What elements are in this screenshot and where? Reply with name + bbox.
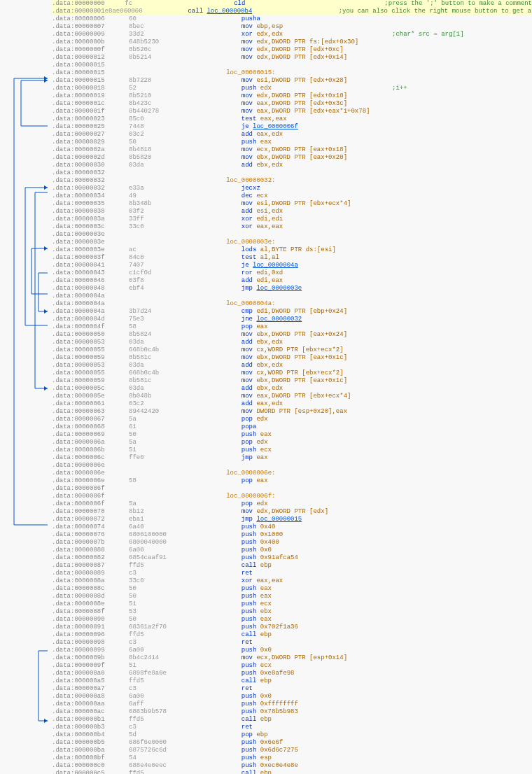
asm-line[interactable]: .data:000000598b581c mov ebx,DWORD PTR [… (52, 377, 532, 385)
xref-link[interactable]: loc_0000004a (253, 262, 298, 269)
asm-line[interactable]: .data:0000006103c2 add eax,edx (52, 400, 532, 408)
asm-line[interactable]: .data:000000598b581c mov ebx,DWORD PTR [… (52, 354, 532, 362)
asm-line[interactable]: .data:00000055668b0c4b mov cx,WORD PTR [… (52, 346, 532, 354)
asm-line[interactable]: .data:000000c5ffd5 call ebp (52, 770, 532, 774)
asm-line[interactable]: .data:0000009f51 push ecx (52, 662, 532, 670)
asm-line[interactable]: .data:000000417407 je loc_0000004a (52, 262, 532, 269)
asm-line[interactable]: .data:0000005303da add ebx,edx (52, 339, 532, 346)
asm-line[interactable]: .data:0000007b6800040000 push 0x400 (52, 539, 532, 547)
asm-line[interactable]: .data:00000072eba1 jmp loc_00000015 (52, 516, 532, 523)
asm-line[interactable]: .data:000000c0688e4e0eec push 0xec0e4e8e (52, 762, 532, 770)
xref-link[interactable]: loc_00000015 (256, 516, 302, 523)
asm-line[interactable]: .data:0000002d8b5820 mov ebx,DWORD PTR [… (52, 154, 532, 162)
asm-line[interactable]: .data:0000003f84c0 test al,al (52, 254, 532, 262)
asm-line[interactable]: .data:000000b3c3 ret (52, 724, 532, 731)
asm-line[interactable]: .data:0000003003da add ebx,edx (52, 162, 532, 169)
disassembly-view[interactable]: .data:00000000fc cld;press the ';' butto… (0, 0, 532, 774)
asm-line[interactable]: .data:0000006f5a pop edx (52, 500, 532, 508)
asm-line[interactable]: .data:000000806a00 push 0x0 (52, 547, 532, 554)
asm-line[interactable]: .data:00000000fc cld;press the ';' butto… (52, 0, 532, 8)
asm-line[interactable]: .data:00000032e33a jecxz (52, 185, 532, 192)
asm-line[interactable]: .data:00000098c3 ret (52, 639, 532, 647)
asm-line[interactable]: .data:000000675a pop edx (52, 416, 532, 423)
asm-line[interactable]: .data:0000005e8b048b mov eax,DWORD PTR [… (52, 393, 532, 400)
asm-line[interactable]: .data:000000a06898fe8a0e push 0xe8afe98 (52, 670, 532, 677)
asm-line[interactable]: .data:0000004603f8 add edi,eax (52, 277, 532, 285)
asm-line[interactable]: .data:0000003a33ff xor edi,edi (52, 216, 532, 223)
asm-line[interactable]: .data:000000766800100000 push 0x1000 (52, 531, 532, 539)
asm-line[interactable]: .data:0000003c33c0 xor eax,eax (52, 223, 532, 231)
asm-line[interactable]: .data:0000003803f2 add esi,edx (52, 208, 532, 216)
xref-link[interactable]: loc_000000b4 (206, 8, 252, 15)
asm-line[interactable]: .data:0000009b8b4c2414 mov ecx,DWORD PTR… (52, 654, 532, 662)
asm-line[interactable]: .data:0000006a5a pop edx (52, 439, 532, 446)
asm-line[interactable]: .data:0000009050 push eax (52, 616, 532, 624)
asm-line[interactable]: .data:000000746a40 push 0x40 (52, 523, 532, 531)
xref-link[interactable]: loc_00000032 (256, 316, 302, 323)
asm-line[interactable]: .data:0000009168361a2f70 push 0x702f1a36 (52, 624, 532, 631)
asm-line[interactable]: .data:0000008d50 push eax (52, 593, 532, 600)
xref-link[interactable]: loc_0000003e (256, 285, 302, 292)
asm-line[interactable]: .data:0000002385c0 test eax,eax (52, 115, 532, 123)
asm-line[interactable]: .data:000000b45d pop ebp (52, 731, 532, 739)
asm-line[interactable]: .data:0000006b51 push ecx (52, 446, 532, 454)
asm-line[interactable]: .data:0000001c8b423c mov eax,DWORD PTR [… (52, 100, 532, 108)
asm-line[interactable]: .data:0000001852 push edx;i++ (52, 85, 532, 92)
asm-line[interactable]: .data:0000001f8b440278 mov eax,DWORD PTR… (52, 108, 532, 115)
asm-line[interactable]: .data:00000055668b0c4b mov cx,WORD PTR [… (52, 370, 532, 377)
asm-line[interactable]: .data:000000996a00 push 0x0 (52, 647, 532, 654)
asm-line[interactable]: .data:000000158b7228 mov esi,DWORD PTR [… (52, 77, 532, 85)
asm-line[interactable]: .data:0000004a3b7d24 cmp edi,DWORD PTR [… (52, 308, 532, 316)
asm-line[interactable]: .data:00000015 loc_00000015: (52, 69, 532, 77)
asm-line[interactable]: .data:0000006f loc_0000006f: (52, 493, 532, 500)
asm-line[interactable]: .data:0000006389442420 mov DWORD PTR [es… (52, 408, 532, 416)
asm-line[interactable]: .data:0000006861 popa (52, 423, 532, 431)
asm-line[interactable]: .data:0000002950 push eax (52, 139, 532, 146)
asm-line[interactable]: .data:00000048ebf4 jmp loc_0000003e (52, 285, 532, 293)
asm-line[interactable]: .data:000000257448 je loc_0000006f (52, 123, 532, 131)
asm-line[interactable]: .data:0000000f8b520c mov edx,DWORD PTR [… (52, 46, 532, 54)
asm-line[interactable]: .data:0000000660 pusha (52, 15, 532, 23)
asm-line[interactable]: .data:0000008c50 push eax (52, 585, 532, 593)
asm-line[interactable]: .data:0000004a loc_0000004a: (52, 300, 532, 308)
asm-line[interactable]: .data:0000002703c2 add eax,edx (52, 131, 532, 139)
asm-line[interactable]: .data:000000a7c3 ret (52, 685, 532, 693)
asm-line[interactable]: .data:0000003e loc_0000003e: (52, 239, 532, 246)
asm-line[interactable]: .data:000000078bec mov ebp,esp (52, 23, 532, 31)
asm-line[interactable]: .data:00000032 (52, 169, 532, 177)
asm-line[interactable]: .data:0000006cffe0 jmp eax (52, 454, 532, 462)
asm-line[interactable]: .data:00000001e8ae000000 call loc_000000… (52, 8, 532, 15)
asm-line[interactable]: .data:0000005303da add ebx,edx (52, 362, 532, 370)
asm-line[interactable]: .data:000000aa6aff push 0xffffffff (52, 701, 532, 708)
asm-line[interactable]: .data:000000bf54 push esp (52, 754, 532, 762)
asm-line[interactable]: .data:0000005c03da add ebx,edx (52, 385, 532, 393)
asm-line[interactable]: .data:0000006f (52, 485, 532, 493)
asm-line[interactable]: .data:000000a5ffd5 call ebp (52, 677, 532, 685)
asm-line[interactable]: .data:00000089c3 ret (52, 570, 532, 577)
asm-line[interactable]: .data:000000198b5210 mov edx,DWORD PTR [… (52, 92, 532, 100)
asm-line[interactable]: .data:00000087ffd5 call ebp (52, 562, 532, 570)
asm-line[interactable]: .data:0000006e (52, 462, 532, 470)
asm-line[interactable]: .data:00000015 (52, 62, 532, 69)
asm-line[interactable]: .data:00000043c1cf0d ror edi,0xd (52, 269, 532, 277)
asm-line[interactable]: .data:000000b5686f6e0000 push 0x6e6f (52, 739, 532, 747)
asm-line[interactable]: .data:000000b1ffd5 call ebp (52, 716, 532, 724)
asm-line[interactable]: .data:0000004f58 pop eax (52, 323, 532, 331)
asm-line[interactable]: .data:0000008e51 push ecx (52, 600, 532, 608)
asm-line[interactable]: .data:0000003e (52, 231, 532, 239)
asm-line[interactable]: .data:0000000933d2 xor edx,edx;char* src… (52, 31, 532, 38)
asm-line[interactable]: .data:0000008a33c0 xor eax,eax (52, 577, 532, 585)
asm-line[interactable]: .data:0000003449 dec ecx (52, 192, 532, 200)
asm-line[interactable]: .data:000000128b5214 mov edx,DWORD PTR [… (52, 54, 532, 62)
asm-line[interactable]: .data:000000358b348b mov esi,DWORD PTR [… (52, 200, 532, 208)
asm-line[interactable]: .data:0000006e loc_0000006e: (52, 470, 532, 477)
asm-line[interactable]: .data:000000826854caaf91 push 0x91afca54 (52, 554, 532, 562)
asm-line[interactable]: .data:000000a86a00 push 0x0 (52, 693, 532, 701)
asm-line[interactable]: .data:000000708b12 mov edx,DWORD PTR [ed… (52, 508, 532, 516)
asm-line[interactable]: .data:0000008f53 push ebx (52, 608, 532, 616)
asm-line[interactable]: .data:0000006950 push eax (52, 431, 532, 439)
asm-line[interactable]: .data:000000ac6883b9b578 push 0x78b5b983 (52, 708, 532, 716)
asm-line[interactable]: .data:000000ba6875726c6d push 0x6d6c7275 (52, 747, 532, 754)
asm-line[interactable]: .data:000000508b5824 mov ebx,DWORD PTR [… (52, 331, 532, 339)
asm-line[interactable]: .data:0000004a (52, 293, 532, 300)
